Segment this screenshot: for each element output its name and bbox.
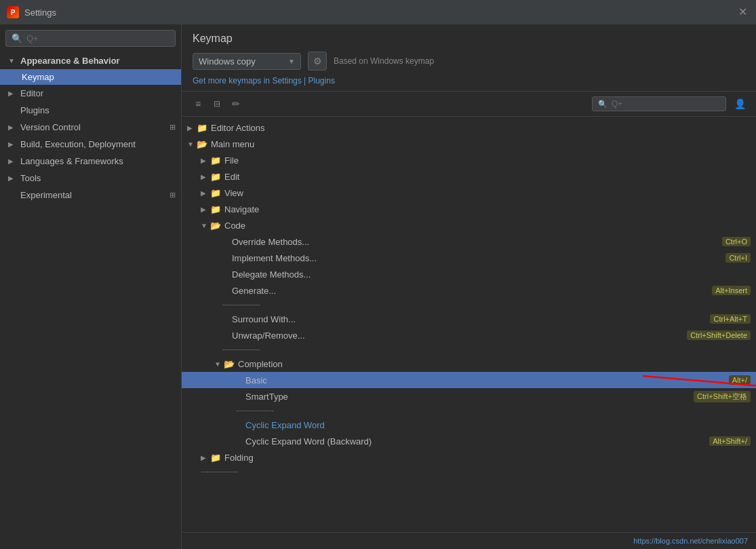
tree-item-label: Override Methods... bbox=[232, 237, 717, 247]
tree-row[interactable]: ▶ Surround With... Ctrl+Alt+T bbox=[182, 311, 756, 327]
folder-icon: 📁 bbox=[210, 172, 221, 181]
sidebar-item-label: Experimental bbox=[20, 190, 72, 200]
sidebar: 🔍 ▼ Appearance & Behavior Keymap ▶ Edito… bbox=[0, 24, 182, 549]
tree-row[interactable]: ▼ 📂 Code bbox=[182, 217, 756, 233]
keymap-value: Windows copy bbox=[199, 56, 256, 67]
tree-row[interactable]: ▶ Unwrap/Remove... Ctrl+Shift+Delete bbox=[182, 327, 756, 343]
tree-row[interactable]: ▶ 📁 View bbox=[182, 185, 756, 201]
shortcut-badge: Ctrl+I bbox=[725, 253, 751, 263]
sidebar-item-label: Plugins bbox=[20, 105, 49, 115]
sidebar-keymap-label: Keymap bbox=[22, 72, 54, 82]
arrow-icon: ▶ bbox=[201, 454, 210, 461]
sidebar-item-experimental[interactable]: ▶ Experimental ⊞ bbox=[0, 187, 181, 204]
sidebar-item-keymap[interactable]: Keymap bbox=[0, 69, 181, 85]
sidebar-item-plugins[interactable]: ▶ Plugins bbox=[0, 102, 181, 119]
tree-item-label: Surround With... bbox=[232, 314, 704, 324]
tree-item-label: Generate... bbox=[232, 286, 707, 296]
sidebar-item-version-control[interactable]: ▶ Version Control ⊞ bbox=[0, 119, 181, 136]
shortcut-badge: Ctrl+O bbox=[722, 237, 751, 246]
get-more-link[interactable]: Get more keymaps in Settings | Plugins bbox=[193, 76, 745, 86]
edit-button[interactable]: ✏ bbox=[228, 96, 244, 112]
tree-search[interactable]: 🔍 bbox=[592, 96, 726, 111]
tree-row[interactable]: ▶ 📁 Edit bbox=[182, 168, 756, 185]
tree-row[interactable]: ▶ 📁 Navigate bbox=[182, 201, 756, 217]
tree-row[interactable]: ▶ SmartType Ctrl+Shift+空格 bbox=[182, 388, 756, 404]
folder-icon: 📂 bbox=[197, 139, 207, 149]
tree-row[interactable]: ▶ Implement Methods... Ctrl+I bbox=[182, 250, 756, 266]
collapse-all-button[interactable]: ⊟ bbox=[209, 96, 225, 112]
action-toolbar: ≡ ⊟ ✏ 🔍 👤 bbox=[182, 92, 756, 117]
sidebar-item-languages[interactable]: ▶ Languages & Frameworks bbox=[0, 153, 181, 170]
arrow-icon: ▶ bbox=[201, 173, 210, 181]
footer-url: https://blog.csdn.net/chenlixiao007 bbox=[633, 537, 748, 545]
tree-item-label: Implement Methods... bbox=[232, 253, 720, 263]
arrow-icon: ▶ bbox=[8, 174, 16, 182]
keymap-toolbar: Windows copy ▼ ⚙ Based on Windows keymap bbox=[193, 52, 745, 71]
arrow-icon: ▶ bbox=[8, 90, 16, 97]
tree-item-label: Folding bbox=[224, 453, 751, 463]
arrow-icon: ▶ bbox=[8, 124, 16, 131]
sidebar-item-tools[interactable]: ▶ Tools bbox=[0, 170, 181, 187]
sidebar-item-appearance[interactable]: ▼ Appearance & Behavior bbox=[0, 52, 181, 69]
page-title: Keymap bbox=[193, 33, 745, 45]
tree-item-label: Delegate Methods... bbox=[232, 269, 751, 280]
separator-text: -------------- bbox=[201, 467, 239, 476]
tree-row[interactable]: ▶ 📁 Editor Actions bbox=[182, 119, 756, 136]
shortcut-badge: Alt+Insert bbox=[712, 286, 751, 295]
dropdown-arrow-icon: ▼ bbox=[288, 58, 295, 65]
tree-item-label: Cyclic Expand Word bbox=[245, 420, 751, 430]
tree-item-label: Main menu bbox=[211, 139, 751, 149]
sidebar-search[interactable]: 🔍 bbox=[5, 30, 176, 47]
close-button[interactable]: ✕ bbox=[738, 7, 749, 18]
arrow-icon: ▶ bbox=[201, 157, 210, 164]
shortcut-badge: Ctrl+Shift+Delete bbox=[687, 330, 751, 340]
separator-text: -------------- bbox=[236, 406, 274, 415]
arrow-icon: ▼ bbox=[214, 360, 224, 368]
sidebar-search-icon: 🔍 bbox=[12, 33, 22, 43]
tree-item-label: Completion bbox=[238, 359, 751, 369]
main-content: Keymap Windows copy ▼ ⚙ Based on Windows… bbox=[182, 24, 756, 549]
folder-icon: 📂 bbox=[224, 359, 235, 368]
tree-row[interactable]: ▶ 📁 File bbox=[182, 152, 756, 168]
edit-icon: ✏ bbox=[232, 98, 240, 109]
keymap-tree: ▶ 📁 Editor Actions ▼ 📂 Main menu ▶ 📁 Fil… bbox=[182, 117, 756, 532]
tree-item-label: Basic bbox=[245, 375, 723, 385]
window-title: Settings bbox=[24, 7, 56, 18]
arrow-icon: ▼ bbox=[201, 222, 210, 229]
collapse-all-icon: ⊟ bbox=[214, 99, 220, 109]
keymap-dropdown[interactable]: Windows copy ▼ bbox=[193, 53, 301, 70]
expand-all-icon: ≡ bbox=[195, 98, 201, 109]
tree-item-label: Editor Actions bbox=[211, 123, 751, 133]
arrow-icon: ▶ bbox=[201, 206, 210, 213]
expand-all-button[interactable]: ≡ bbox=[190, 96, 206, 112]
tree-row-cyclic-expand[interactable]: ▶ Cyclic Expand Word bbox=[182, 417, 756, 433]
sidebar-item-build[interactable]: ▶ Build, Execution, Deployment bbox=[0, 136, 181, 153]
tree-search-input[interactable] bbox=[612, 99, 720, 109]
title-bar: P Settings ✕ bbox=[0, 0, 756, 24]
content-area: 🔍 ▼ Appearance & Behavior Keymap ▶ Edito… bbox=[0, 24, 756, 549]
arrow-icon: ▶ bbox=[187, 124, 197, 132]
gear-button[interactable]: ⚙ bbox=[308, 52, 327, 71]
tree-row[interactable]: ▶ Delegate Methods... bbox=[182, 266, 756, 282]
arrow-icon: ▶ bbox=[201, 189, 210, 197]
sidebar-item-editor[interactable]: ▶ Editor bbox=[0, 85, 181, 102]
tree-row[interactable]: ▶ Generate... Alt+Insert bbox=[182, 282, 756, 299]
tree-item-label: Code bbox=[224, 221, 751, 231]
tree-row[interactable]: ▼ 📂 Completion bbox=[182, 356, 756, 372]
arrow-icon: ▼ bbox=[8, 57, 16, 64]
tree-row-cyclic-expand-back[interactable]: ▶ Cyclic Expand Word (Backward) Alt+Shif… bbox=[182, 433, 756, 449]
tree-row[interactable]: ▶ 📁 Folding bbox=[182, 449, 756, 466]
sidebar-search-input[interactable] bbox=[26, 33, 170, 43]
separator: -------------- bbox=[182, 299, 756, 311]
folder-icon: 📂 bbox=[210, 221, 221, 230]
sidebar-item-label: Build, Execution, Deployment bbox=[20, 139, 136, 149]
tree-row[interactable]: ▼ 📂 Main menu bbox=[182, 136, 756, 152]
tree-row-basic[interactable]: ▶ Basic Alt+/ bbox=[182, 372, 756, 388]
user-icon[interactable]: 👤 bbox=[732, 96, 748, 112]
tree-row[interactable]: ▶ Override Methods... Ctrl+O bbox=[182, 233, 756, 250]
tree-item-label: Cyclic Expand Word (Backward) bbox=[245, 436, 704, 447]
tree-item-label: View bbox=[224, 188, 751, 198]
folder-icon: 📁 bbox=[210, 155, 221, 165]
main-header: Keymap Windows copy ▼ ⚙ Based on Windows… bbox=[182, 24, 756, 92]
arrow-icon: ▶ bbox=[8, 140, 16, 148]
